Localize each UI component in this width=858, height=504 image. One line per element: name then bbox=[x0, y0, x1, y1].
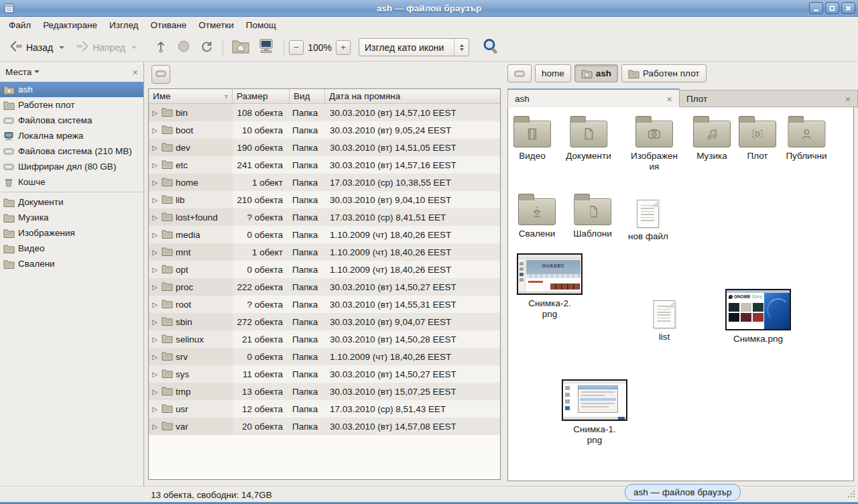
tree-row-sbin[interactable]: ▷sbin272 обектаПапка30.03.2010 (вт) 9,04… bbox=[149, 313, 500, 330]
tab-ash[interactable]: ash × bbox=[507, 88, 680, 107]
path-button-ash[interactable]: ash bbox=[574, 64, 618, 82]
sidebar-item-encrypted-80[interactable]: Шифриран дял (80 GB) bbox=[0, 159, 143, 174]
expander-icon[interactable]: ▷ bbox=[151, 423, 159, 430]
expander-icon[interactable]: ▷ bbox=[151, 266, 159, 273]
tab-close-icon[interactable]: × bbox=[845, 94, 851, 104]
maximize-button[interactable] bbox=[825, 2, 839, 14]
icon-item-pictures[interactable]: Изображения bbox=[631, 115, 678, 172]
expander-icon[interactable]: ▷ bbox=[151, 109, 159, 117]
menu-help[interactable]: Помощ bbox=[240, 18, 282, 32]
icon-item-music[interactable]: Музика bbox=[693, 115, 731, 162]
tree-row-etc[interactable]: ▷etc241 обектаПапка30.03.2010 (вт) 14,57… bbox=[149, 156, 500, 174]
icon-item-list[interactable]: list bbox=[654, 296, 676, 342]
back-history-arrow-icon[interactable] bbox=[59, 46, 64, 49]
sidebar-item-music[interactable]: Музика bbox=[0, 210, 143, 225]
icon-item-snimka-2[interactable]: GUADECСнимка-2.png bbox=[517, 253, 583, 320]
path-button-home[interactable]: home bbox=[535, 64, 571, 82]
menu-go[interactable]: Отиване bbox=[144, 18, 192, 32]
icon-item-snimka[interactable]: GNOMEStoreСнимка.png bbox=[725, 289, 791, 344]
view-mode-select[interactable]: Изглед като икони bbox=[359, 38, 469, 56]
expander-icon[interactable]: ▷ bbox=[151, 231, 159, 239]
zoom-out-button[interactable]: − bbox=[289, 40, 304, 55]
expander-icon[interactable]: ▷ bbox=[151, 371, 159, 378]
expander-icon[interactable]: ▷ bbox=[151, 214, 159, 221]
menu-edit[interactable]: Редактиране bbox=[37, 18, 103, 32]
icon-item-video[interactable]: Видео bbox=[513, 115, 551, 162]
sidebar-title[interactable]: Места bbox=[5, 67, 32, 77]
sidebar-item-desktop[interactable]: Работен плот bbox=[0, 97, 143, 113]
tree-row-tmp[interactable]: ▷tmp13 обектаПапка30.03.2010 (вт) 15,07,… bbox=[149, 383, 500, 400]
computer-button[interactable] bbox=[253, 36, 279, 59]
sidebar-item-network[interactable]: Локална мрежа bbox=[0, 128, 143, 143]
tree-row-bin[interactable]: ▷bin108 обектаПапка30.03.2010 (вт) 14,57… bbox=[149, 104, 500, 121]
icon-item-templates[interactable]: Шаблони bbox=[573, 193, 612, 239]
expander-icon[interactable]: ▷ bbox=[151, 301, 159, 308]
expander-icon[interactable]: ▷ bbox=[151, 405, 159, 413]
sidebar-item-pictures[interactable]: Изображения bbox=[0, 225, 143, 241]
icon-item-downloads[interactable]: Свалени bbox=[518, 193, 556, 239]
search-button[interactable] bbox=[477, 36, 504, 59]
up-button[interactable] bbox=[149, 36, 172, 59]
tree-row-selinux[interactable]: ▷selinux21 обектаПапка30.03.2010 (вт) 14… bbox=[149, 330, 500, 348]
sidebar-item-home[interactable]: ash bbox=[0, 82, 143, 97]
tree-row-usr[interactable]: ▷usr12 обектаПапка17.03.2010 (ср) 8,51,4… bbox=[149, 400, 500, 418]
minimize-button[interactable] bbox=[809, 2, 823, 14]
tree-row-media[interactable]: ▷media0 обектаПапка1.10.2009 (чт) 18,40,… bbox=[149, 226, 500, 243]
menu-view[interactable]: Изглед bbox=[103, 18, 145, 32]
path-button-root[interactable] bbox=[507, 64, 532, 82]
expander-icon[interactable]: ▷ bbox=[151, 179, 159, 186]
icon-item-snimka-1[interactable]: Снимка-1.png bbox=[562, 379, 627, 446]
stop-button[interactable] bbox=[172, 36, 195, 58]
tree-row-home[interactable]: ▷home1 обектПапка17.03.2010 (ср) 10,38,5… bbox=[149, 174, 500, 191]
sidebar-item-trash[interactable]: Кошче bbox=[0, 174, 143, 190]
tree-row-lost+found[interactable]: ▷lost+found? обектаПапка17.03.2010 (ср) … bbox=[149, 208, 500, 226]
expander-icon[interactable]: ▷ bbox=[151, 127, 159, 134]
tree-row-lib[interactable]: ▷lib210 обектаПапка30.03.2010 (вт) 9,04,… bbox=[149, 191, 500, 208]
path-button-desktop[interactable]: Работен плот bbox=[621, 64, 707, 82]
tree-row-dev[interactable]: ▷dev190 обектаПапка30.03.2010 (вт) 14,51… bbox=[149, 139, 500, 156]
sidebar-item-video[interactable]: Видео bbox=[0, 241, 143, 256]
sidebar-item-documents[interactable]: Документи bbox=[0, 194, 143, 210]
expander-icon[interactable]: ▷ bbox=[151, 249, 159, 256]
tree-row-var[interactable]: ▷var20 обектаПапка30.03.2010 (вт) 14,57,… bbox=[149, 418, 500, 435]
column-header-date[interactable]: Дата на промяна bbox=[325, 89, 500, 104]
tab-close-icon[interactable]: × bbox=[666, 94, 672, 104]
reload-button[interactable] bbox=[195, 36, 218, 58]
menu-bookmarks[interactable]: Отметки bbox=[192, 18, 240, 32]
tree-row-srv[interactable]: ▷srv0 обектаПапка1.10.2009 (чт) 18,40,26… bbox=[149, 348, 500, 365]
menu-file[interactable]: Файл bbox=[3, 18, 37, 32]
icon-item-public[interactable]: Публични bbox=[786, 115, 826, 162]
sidebar-close-icon[interactable]: × bbox=[132, 67, 138, 77]
tree-row-sys[interactable]: ▷sys11 обектаПапка30.03.2010 (вт) 14,50,… bbox=[149, 365, 500, 383]
expander-icon[interactable]: ▷ bbox=[151, 388, 159, 395]
tree-row-mnt[interactable]: ▷mnt1 обектПапка1.10.2009 (чт) 18,40,26 … bbox=[149, 243, 500, 261]
column-header-type[interactable]: Вид bbox=[290, 89, 325, 104]
icon-item-new-file[interactable]: нов файл bbox=[628, 196, 668, 242]
expander-icon[interactable]: ▷ bbox=[151, 318, 159, 326]
column-header-size[interactable]: Размер bbox=[233, 89, 290, 104]
back-button[interactable]: Назад bbox=[5, 36, 68, 58]
column-header-name[interactable]: Име▿ bbox=[149, 89, 233, 104]
expander-icon[interactable]: ▷ bbox=[151, 144, 159, 151]
sidebar-selector-arrow-icon[interactable] bbox=[34, 70, 40, 73]
tree-row-proc[interactable]: ▷proc222 обектаПапка30.03.2010 (вт) 14,5… bbox=[149, 278, 500, 296]
zoom-in-button[interactable]: + bbox=[336, 40, 351, 55]
sidebar-item-downloads[interactable]: Свалени bbox=[0, 256, 143, 271]
expander-icon[interactable]: ▷ bbox=[151, 336, 159, 343]
home-button[interactable] bbox=[228, 36, 253, 58]
expander-icon[interactable]: ▷ bbox=[151, 284, 159, 291]
tree-row-root[interactable]: ▷root? обектаПапка30.03.2010 (вт) 14,55,… bbox=[149, 296, 500, 313]
expander-icon[interactable]: ▷ bbox=[151, 353, 159, 361]
expander-icon[interactable]: ▷ bbox=[151, 162, 159, 169]
icon-item-documents[interactable]: Документи bbox=[566, 115, 611, 162]
tab-plot[interactable]: Плот × bbox=[680, 90, 858, 107]
tree-row-opt[interactable]: ▷opt0 обектаПапка1.10.2009 (чт) 18,40,26… bbox=[149, 261, 500, 278]
expander-icon[interactable]: ▷ bbox=[151, 196, 159, 204]
tree-row-boot[interactable]: ▷boot10 обектаПапка30.03.2010 (вт) 9,05,… bbox=[149, 121, 500, 139]
icon-item-desktop[interactable]: DПлот bbox=[739, 115, 776, 162]
sidebar-item-filesystem[interactable]: Файлова система bbox=[0, 113, 143, 128]
sidebar-item-filesystem-210[interactable]: Файлова система (210 MB) bbox=[0, 143, 143, 159]
close-button[interactable] bbox=[841, 2, 855, 14]
resize-grip[interactable] bbox=[847, 489, 856, 501]
forward-button[interactable]: Напред bbox=[72, 36, 140, 58]
